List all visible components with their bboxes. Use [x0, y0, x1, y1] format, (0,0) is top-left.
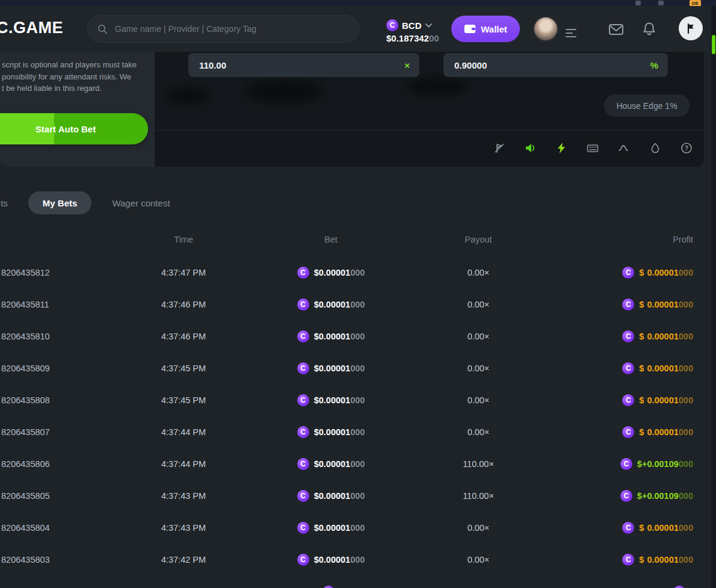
- col-profit: Profit: [572, 223, 693, 256]
- fairness-seed-icon[interactable]: [649, 141, 662, 155]
- table-row[interactable]: 8206435811 4:37:46 PM C $0.00001000 0.00…: [0, 288, 716, 320]
- bet-payout: 110.00×: [430, 448, 526, 480]
- tab-wager-contest[interactable]: Wager contest: [100, 191, 182, 214]
- table-row[interactable]: 8206435807 4:37:44 PM C $0.00001000 0.00…: [0, 416, 716, 448]
- table-row[interactable]: 8206435809 4:37:45 PM C $0.00001000 0.00…: [0, 352, 716, 384]
- percent-symbol: %: [650, 60, 658, 70]
- profit-dim: 000: [679, 300, 693, 309]
- profit-sign: $: [639, 332, 644, 341]
- flag-button[interactable]: [679, 16, 703, 40]
- balance: $0.18734200: [386, 33, 439, 43]
- bet-profit: C $0.00001000: [572, 288, 693, 320]
- browser-strip: DE: [0, 0, 716, 6]
- multiplier-symbol: ×: [404, 60, 410, 70]
- keyboard-icon[interactable]: [586, 141, 599, 155]
- profit-sign: $: [639, 364, 644, 373]
- win-chance-field[interactable]: %: [443, 53, 668, 77]
- bell-icon[interactable]: [643, 22, 656, 39]
- bet-amount: C $0.00001000: [283, 352, 379, 384]
- currency-selector[interactable]: C BCD $0.18734200: [386, 19, 439, 43]
- bet-amount-dim: 000: [350, 523, 365, 533]
- menu-icon[interactable]: [566, 29, 576, 40]
- profit-main: 0.00001: [647, 268, 678, 277]
- browser-extension-icon[interactable]: [635, 1, 641, 5]
- sound-icon[interactable]: [524, 141, 537, 155]
- bet-amount: C $0.00001000: [283, 448, 379, 480]
- start-auto-bet-button[interactable]: Start Auto Bet: [0, 113, 148, 144]
- profit-dim: 000: [679, 395, 693, 405]
- site-logo[interactable]: C.GAME: [0, 19, 63, 37]
- bcd-coin-icon: C: [622, 299, 634, 311]
- svg-text:?: ?: [685, 144, 688, 152]
- bet-time: 4:37:43 PM: [126, 512, 241, 543]
- bcd-coin-icon: C: [622, 362, 634, 374]
- bet-amount-main: $0.00001: [314, 395, 350, 405]
- bet-amount-dim: 000: [350, 459, 365, 469]
- profit-sign: $+: [637, 459, 647, 469]
- avatar[interactable]: [533, 16, 558, 42]
- bet-time: 4:37:45 PM: [126, 352, 241, 384]
- bet-time: 4:37:45 PM: [126, 384, 241, 416]
- profit-dim: 000: [679, 427, 693, 437]
- bcd-coin-icon: C: [297, 554, 309, 566]
- bet-amount: C $0.00001000: [283, 384, 379, 416]
- flag-slash-icon[interactable]: [493, 141, 506, 155]
- bet-amount-main: $0.00001: [314, 268, 350, 277]
- table-row[interactable]: 8206435806 4:37:44 PM C $0.00001000 110.…: [0, 448, 716, 480]
- search-bar[interactable]: [87, 15, 359, 43]
- bcd-coin-icon: C: [297, 394, 309, 406]
- bet-payout: [430, 575, 526, 588]
- bcd-coin-icon: C: [297, 267, 309, 279]
- table-row[interactable]: C C: [0, 575, 716, 588]
- payout-field[interactable]: ×: [188, 53, 419, 77]
- disclaimer-line: ponsibility for any attendant risks. We: [2, 71, 152, 83]
- bet-profit: C $0.00001000: [572, 384, 693, 416]
- bet-amount: C $0.00001000: [283, 320, 379, 352]
- win-chance-input[interactable]: [453, 60, 650, 71]
- game-graphic: [167, 88, 209, 104]
- table-row[interactable]: 8206435804 4:37:43 PM C $0.00001000 0.00…: [0, 512, 716, 543]
- bet-amount-dim: 000: [350, 268, 365, 277]
- bcd-coin-icon: C: [297, 362, 309, 374]
- tab-my-bets[interactable]: My Bets: [28, 191, 92, 214]
- bet-controls-panel: script is optional and players must take…: [0, 52, 155, 167]
- bcd-coin-icon: C: [386, 19, 398, 31]
- bet-id: [1, 575, 122, 588]
- table-row[interactable]: 8206435812 4:37:47 PM C $0.00001000 0.00…: [0, 256, 716, 288]
- bet-id: 8206435807: [1, 416, 122, 448]
- payout-input[interactable]: [198, 60, 404, 71]
- bet-id: 8206435812: [1, 256, 122, 288]
- bet-id: 8206435808: [1, 384, 122, 416]
- tab-all-bets[interactable]: All Bets: [0, 191, 20, 214]
- flag-icon: [685, 22, 697, 34]
- profit-main: 0.00001: [647, 300, 678, 309]
- bcd-coin-icon: C: [622, 267, 634, 279]
- bcd-coin-icon: C: [297, 426, 309, 438]
- mail-icon[interactable]: [609, 24, 623, 37]
- bet-amount: C $0.00001000: [283, 480, 379, 512]
- bet-id: 8206435809: [1, 352, 122, 384]
- table-row[interactable]: 8206435808 4:37:45 PM C $0.00001000 0.00…: [0, 384, 716, 416]
- profit-sign: $: [639, 300, 644, 309]
- browser-profile-icon[interactable]: [658, 1, 664, 5]
- stats-icon[interactable]: [617, 141, 631, 155]
- help-icon[interactable]: ?: [680, 141, 693, 155]
- bet-profit: C: [572, 575, 693, 588]
- profit-dim: 000: [679, 459, 693, 469]
- turbo-icon[interactable]: [555, 141, 568, 155]
- bet-profit: C $0.00001000: [572, 512, 693, 543]
- table-row[interactable]: 8206435810 4:37:46 PM C $0.00001000 0.00…: [0, 320, 716, 352]
- bcd-coin-icon: C: [297, 522, 309, 534]
- bet-payout: 0.00×: [430, 352, 526, 384]
- scrollbar-thumb[interactable]: [712, 35, 715, 54]
- bcd-coin-icon: C: [622, 330, 634, 342]
- bet-profit: C $+0.00109000: [572, 480, 693, 512]
- bcd-coin-icon: C: [622, 522, 634, 534]
- wallet-button[interactable]: Wallet: [451, 16, 520, 42]
- bcd-coin-icon: C: [673, 586, 685, 588]
- search-input[interactable]: [114, 23, 349, 34]
- table-row[interactable]: 8206435805 4:37:43 PM C $0.00001000 110.…: [0, 480, 716, 512]
- disclaimer-text: script is optional and players must take…: [2, 59, 152, 94]
- disclaimer-line: t be held liable in this regard.: [2, 82, 152, 94]
- table-row[interactable]: 8206435803 4:37:42 PM C $0.00001000 0.00…: [0, 543, 716, 575]
